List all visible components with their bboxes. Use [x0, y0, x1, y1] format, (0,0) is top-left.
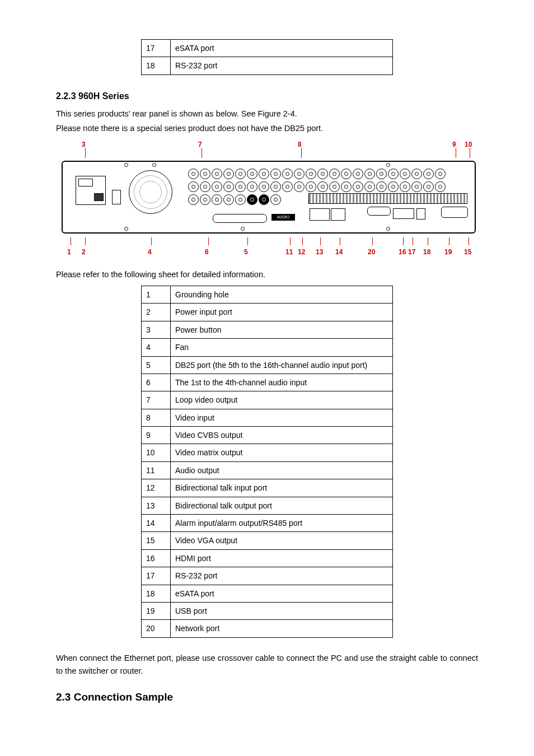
callout-11: 11 — [285, 247, 293, 258]
row-label: Power button — [171, 321, 393, 338]
section-heading-2-3: 2.3 Connection Sample — [56, 689, 478, 706]
row-label: Video matrix output — [171, 444, 393, 461]
table-row: 18eSATA port — [142, 585, 393, 602]
row-num: 17 — [142, 40, 171, 57]
table-row: 10Video matrix output — [142, 444, 393, 461]
table-row: 17 eSATA port — [142, 40, 393, 57]
row-num: 7 — [142, 391, 171, 409]
callout-1: 1 — [67, 247, 71, 258]
table-row: 12Bidirectional talk input port — [142, 479, 393, 497]
row-label: Video VGA output — [171, 532, 393, 549]
callout-16: 16 — [399, 247, 406, 258]
power-plug-icon — [78, 179, 93, 186]
detail-table: 1Grounding hole2Power input port3Power b… — [141, 286, 393, 638]
table-row: 17RS-232 port — [142, 567, 393, 585]
row-label: Network port — [171, 620, 393, 637]
bnc-row-2 — [188, 181, 468, 193]
row-label: Bidirectional talk output port — [171, 497, 393, 514]
callout-14: 14 — [335, 247, 343, 258]
table-row: 6The 1st to the 4th-channel audio input — [142, 374, 393, 391]
row-label: Alarm input/alarm output/RS485 port — [171, 515, 393, 532]
row-label: Grounding hole — [171, 286, 393, 303]
callout-6: 6 — [205, 247, 209, 258]
row-num: 18 — [142, 585, 171, 602]
table-row: 20Network port — [142, 620, 393, 637]
rs232-port-icon — [367, 207, 391, 216]
row-label: DB25 port (the 5th to the 16th-channel a… — [171, 356, 393, 374]
callout-17: 17 — [408, 247, 415, 258]
callout-4: 4 — [148, 247, 152, 258]
row-num: 13 — [142, 497, 171, 514]
table-row: 14Alarm input/alarm output/RS485 port — [142, 515, 393, 532]
row-num: 11 — [142, 461, 171, 479]
row-num: 9 — [142, 427, 171, 444]
table-row: 19USB port — [142, 602, 393, 619]
usb-stack-icon — [112, 190, 121, 204]
callout-10: 10 — [465, 139, 472, 150]
table-row: 18 RS-232 port — [142, 57, 393, 74]
table-row: 2Power input port — [142, 304, 393, 321]
row-num: 17 — [142, 567, 171, 585]
table-row: 9Video CVBS output — [142, 427, 393, 444]
hdmi-port-icon — [310, 208, 330, 221]
row-label: RS-232 port — [171, 567, 393, 585]
row-num: 20 — [142, 620, 171, 637]
callout-15: 15 — [464, 247, 471, 258]
prev-table-continuation: 17 eSATA port 18 RS-232 port — [141, 39, 393, 75]
network-port-icon — [331, 208, 345, 221]
row-num: 19 — [142, 602, 171, 619]
callout-2: 2 — [82, 247, 86, 258]
row-label: Bidirectional talk input port — [171, 479, 393, 497]
row-label: USB port — [171, 602, 393, 619]
row-label: Audio output — [171, 461, 393, 479]
row-num: 4 — [142, 339, 171, 356]
table-row: 1Grounding hole — [142, 286, 393, 303]
bnc-row-1 — [188, 169, 468, 180]
row-label: RS-232 port — [171, 57, 393, 74]
row-num: 6 — [142, 374, 171, 391]
ethernet-note: When connect the Ethernet port, please u… — [56, 652, 478, 678]
row-num: 2 — [142, 304, 171, 321]
esata-port-icon — [393, 208, 414, 219]
row-label: Loop video output — [171, 391, 393, 409]
row-num: 18 — [142, 57, 171, 74]
row-label: eSATA port — [171, 585, 393, 602]
row-label: The 1st to the 4th-channel audio input — [171, 374, 393, 391]
callout-18: 18 — [423, 247, 430, 258]
row-num: 16 — [142, 549, 171, 567]
callout-13: 13 — [316, 247, 323, 258]
section-intro-2: Please note there is a special series pr… — [56, 122, 478, 135]
row-label: HDMI port — [171, 549, 393, 567]
row-num: 3 — [142, 321, 171, 338]
table-row: 13Bidirectional talk output port — [142, 497, 393, 514]
vga-port-icon — [441, 207, 468, 218]
table-row: 4Fan — [142, 339, 393, 356]
section-intro-1: This series products' rear panel is show… — [56, 108, 478, 120]
callout-5: 5 — [244, 247, 248, 258]
row-label: Video CVBS output — [171, 427, 393, 444]
row-label: Power input port — [171, 304, 393, 321]
figure-2-4-rear-panel: 3 7 8 9 10 AUDIO 1 2 4 6 5 11 12 — [62, 139, 476, 257]
section-heading-2-2-3: 2.2.3 960H Series — [56, 89, 478, 104]
sheet-intro-text: Please refer to the following sheet for … — [56, 268, 478, 281]
table-row: 3Power button — [142, 321, 393, 338]
row-num: 5 — [142, 356, 171, 374]
table-row: 8Video input — [142, 409, 393, 426]
fan-icon — [129, 170, 172, 214]
row-label: Video input — [171, 409, 393, 426]
alarm-io-block — [308, 193, 467, 204]
callout-12: 12 — [298, 247, 305, 258]
table-row: 11Audio output — [142, 461, 393, 479]
db25-port-icon — [213, 214, 267, 223]
callout-19: 19 — [444, 247, 452, 258]
usb-port-icon — [416, 208, 425, 220]
row-num: 1 — [142, 286, 171, 303]
row-num: 10 — [142, 444, 171, 461]
row-label: eSATA port — [171, 40, 393, 57]
row-num: 15 — [142, 532, 171, 549]
callout-20: 20 — [368, 247, 375, 258]
row-num: 8 — [142, 409, 171, 426]
table-row: 5DB25 port (the 5th to the 16th-channel … — [142, 356, 393, 374]
table-row: 7Loop video output — [142, 391, 393, 409]
audio-label: AUDIO — [271, 214, 295, 221]
